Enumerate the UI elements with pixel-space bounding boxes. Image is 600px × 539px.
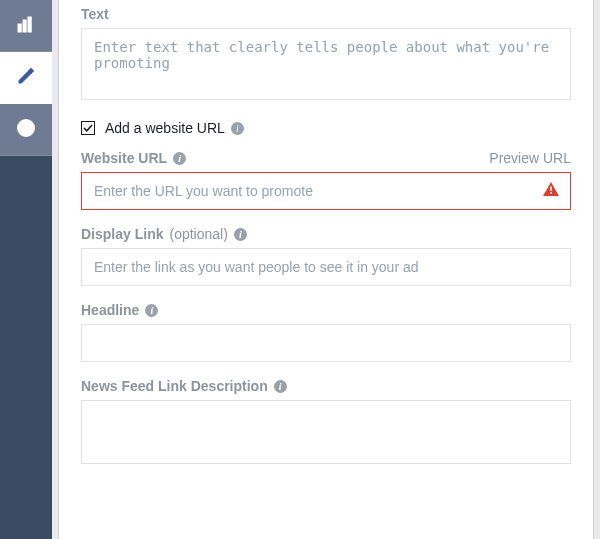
main-panel: Text Add a website URL i Website URL [58,0,594,539]
svg-rect-2 [28,17,31,32]
sidebar-filler [0,156,52,539]
headline-input[interactable] [81,324,571,362]
text-input[interactable] [81,28,571,100]
field-headline: Headline i [81,302,571,362]
nf-desc-label: News Feed Link Description i [81,378,287,394]
add-url-label: Add a website URL i [105,120,244,136]
info-icon[interactable]: i [234,228,247,241]
info-icon[interactable]: i [231,122,244,135]
headline-label: Headline i [81,302,158,318]
website-url-input[interactable] [81,172,571,210]
svg-rect-1 [23,20,26,32]
nf-desc-input[interactable] [81,400,571,464]
display-link-input[interactable] [81,248,571,286]
add-url-checkbox[interactable] [81,121,95,135]
sidebar [0,0,52,539]
svg-rect-0 [18,24,21,32]
display-link-label: Display Link (optional) i [81,226,247,242]
field-text: Text [81,6,571,104]
sidebar-item-performance[interactable] [0,0,52,52]
clock-icon [16,118,36,142]
info-icon[interactable]: i [173,152,186,165]
field-website-url: Website URL i Preview URL [81,150,571,210]
bar-chart-icon [16,14,36,38]
main-panel-wrap: Text Add a website URL i Website URL [52,0,600,539]
check-icon [83,123,93,133]
add-url-row: Add a website URL i [81,120,571,136]
svg-rect-6 [550,192,552,194]
text-label: Text [81,6,109,22]
pencil-icon [17,67,35,89]
preview-url-link[interactable]: Preview URL [489,150,571,166]
field-display-link: Display Link (optional) i [81,226,571,286]
sidebar-item-history[interactable] [0,104,52,156]
warning-icon [543,182,559,200]
app-root: Text Add a website URL i Website URL [0,0,600,539]
field-nf-desc: News Feed Link Description i [81,378,571,468]
info-icon[interactable]: i [274,380,287,393]
website-url-label: Website URL i [81,150,186,166]
svg-rect-5 [550,187,552,192]
sidebar-item-edit[interactable] [0,52,52,104]
info-icon[interactable]: i [145,304,158,317]
